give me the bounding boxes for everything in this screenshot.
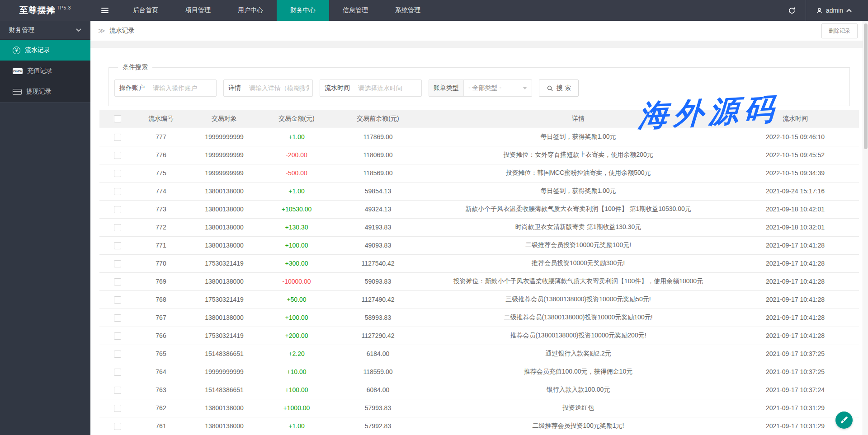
row-checkbox[interactable] bbox=[114, 332, 121, 340]
row-checkbox[interactable] bbox=[114, 405, 121, 412]
field-label: 账单类型 bbox=[429, 80, 464, 96]
hamburger-icon[interactable] bbox=[90, 0, 119, 21]
select-value: - 全部类型 - bbox=[468, 84, 501, 92]
row-checkbox[interactable] bbox=[114, 260, 121, 267]
time-cell: 2021-09-17 10:41:28 bbox=[731, 290, 859, 309]
row-checkbox[interactable] bbox=[114, 152, 121, 159]
row-checkbox[interactable] bbox=[114, 224, 121, 231]
table-row: 77619999999999-200.00118069.00投资摊位：女外穿百搭… bbox=[99, 146, 859, 164]
detail-cell: 银行入款入款100.00元 bbox=[425, 381, 731, 399]
yen-circle-icon: ¥ bbox=[13, 47, 20, 54]
flow-id-cell: 775 bbox=[136, 164, 186, 182]
row-checkbox[interactable] bbox=[114, 387, 121, 394]
flow-id-cell: 773 bbox=[136, 200, 186, 218]
row-checkbox-cell bbox=[99, 164, 136, 182]
account-cell: 15148386651 bbox=[186, 381, 262, 399]
row-checkbox[interactable] bbox=[114, 423, 121, 430]
detail-cell: 三级推荐会员(13800138000)投资10000元奖励50元! bbox=[425, 290, 731, 309]
flow-id-cell: 767 bbox=[136, 309, 186, 327]
username-label: admin bbox=[826, 7, 843, 14]
row-checkbox-cell bbox=[99, 146, 136, 164]
time-cell: 2022-10-15 09:34:39 bbox=[731, 164, 859, 182]
amount-cell: +1.00 bbox=[262, 128, 331, 146]
content-area: ≫ 流水记录 删除记录 条件搜索 操作账户详情流水时间账单类型- 全部类型 -搜… bbox=[90, 21, 868, 435]
select-all-checkbox[interactable] bbox=[114, 115, 121, 122]
row-checkbox[interactable] bbox=[114, 170, 121, 177]
detail-input[interactable] bbox=[245, 80, 312, 96]
amount-cell: +1.00 bbox=[262, 182, 331, 200]
row-checkbox[interactable] bbox=[114, 134, 121, 141]
flow-id-cell: 769 bbox=[136, 272, 186, 290]
sidebar-item-label: 流水记录 bbox=[25, 46, 50, 54]
nav-item-info-manage[interactable]: 信息管理 bbox=[329, 0, 382, 21]
row-checkbox[interactable] bbox=[114, 278, 121, 285]
delete-records-button[interactable]: 删除记录 bbox=[821, 23, 858, 38]
flow-id-cell: 774 bbox=[136, 182, 186, 200]
search-panel: 条件搜索 操作账户详情流水时间账单类型- 全部类型 -搜 索 bbox=[108, 63, 850, 106]
time-cell: 2021-09-18 10:42:01 bbox=[731, 200, 859, 218]
flow-id-cell: 772 bbox=[136, 218, 186, 236]
row-checkbox[interactable] bbox=[114, 314, 121, 322]
sidebar-item-flow-records[interactable]: ¥流水记录 bbox=[0, 40, 90, 61]
detail-cell: 时尚款卫衣女清新版寄卖 第1期收益130.30元 bbox=[425, 218, 731, 236]
row-checkbox[interactable] bbox=[114, 369, 121, 376]
nav-item-finance-center[interactable]: 财务中心 bbox=[277, 0, 329, 21]
row-checkbox[interactable] bbox=[114, 188, 121, 195]
search-field-detail: 详情 bbox=[223, 80, 313, 97]
user-menu[interactable]: admin bbox=[806, 0, 862, 21]
sidebar-section-finance[interactable]: 财务管理 bbox=[0, 21, 90, 40]
time-cell: 2021-09-17 10:41:28 bbox=[731, 272, 859, 290]
paypal-icon: PayPal bbox=[13, 68, 23, 74]
nav-item-user-center[interactable]: 用户中心 bbox=[224, 0, 277, 21]
scrollbar[interactable] bbox=[863, 21, 868, 435]
account-cell: 19999999999 bbox=[186, 128, 262, 146]
scrollbar-thumb[interactable] bbox=[864, 23, 868, 149]
amount-cell: +200.00 bbox=[262, 327, 331, 345]
row-checkbox[interactable] bbox=[114, 351, 121, 358]
search-legend: 条件搜索 bbox=[118, 63, 152, 71]
field-label: 操作账户 bbox=[115, 80, 149, 96]
row-checkbox-cell bbox=[99, 417, 136, 435]
amount-cell: +130.30 bbox=[262, 218, 331, 236]
time-cell: 2021-09-17 10:41:28 bbox=[731, 309, 859, 327]
table-row: 76213800138000+1000.0057993.83投资送红包2021-… bbox=[99, 399, 859, 417]
account-cell: 13800138000 bbox=[186, 417, 262, 435]
sidebar: 财务管理 ¥流水记录PayPal充值记录提现记录 bbox=[0, 21, 90, 435]
detail-cell: 二级推荐会员(13800138000)投资10000元奖励100元! bbox=[425, 309, 731, 327]
table-row: 76617530321419+200.001127290.42推荐会员(1380… bbox=[99, 327, 859, 345]
table-row: 76113800138000+1.0057992.83二级推荐会员投资100元奖… bbox=[99, 417, 859, 435]
sidebar-item-recharge-records[interactable]: PayPal充值记录 bbox=[0, 61, 90, 81]
flow-time-input[interactable] bbox=[354, 80, 421, 96]
caret-down-icon bbox=[523, 87, 527, 89]
account-cell: 17530321419 bbox=[186, 327, 262, 345]
search-button[interactable]: 搜 索 bbox=[539, 80, 579, 97]
nav-item-project-manage[interactable]: 项目管理 bbox=[172, 0, 224, 21]
bill-type-select[interactable]: - 全部类型 - bbox=[464, 80, 532, 96]
amount-cell: -500.00 bbox=[262, 164, 331, 182]
operator-account-input[interactable] bbox=[149, 80, 216, 96]
detail-cell: 新款小个子风衣温柔收腰薄款气质大衣寄卖利润【100件】 第1期收益10530.0… bbox=[425, 200, 731, 218]
sidebar-item-withdraw-records[interactable]: 提现记录 bbox=[0, 81, 90, 102]
row-checkbox[interactable] bbox=[114, 296, 121, 304]
nav-item-system-manage[interactable]: 系统管理 bbox=[382, 0, 434, 21]
row-checkbox-cell bbox=[99, 399, 136, 417]
row-checkbox-cell bbox=[99, 345, 136, 363]
balance-cell: 118559.00 bbox=[331, 363, 425, 381]
amount-cell: +100.00 bbox=[262, 381, 331, 399]
column-header: 流水编号 bbox=[136, 110, 186, 128]
flow-id-cell: 765 bbox=[136, 345, 186, 363]
amount-cell: +50.00 bbox=[262, 290, 331, 309]
nav-item-dashboard-home[interactable]: 后台首页 bbox=[119, 0, 172, 21]
flow-id-cell: 764 bbox=[136, 363, 186, 381]
sidebar-item-label: 充值记录 bbox=[27, 67, 52, 75]
table-row: 77313800138000+10530.0049324.13新款小个子风衣温柔… bbox=[99, 200, 859, 218]
theme-settings-button[interactable] bbox=[835, 412, 853, 429]
row-checkbox[interactable] bbox=[114, 206, 121, 213]
flow-id-cell: 770 bbox=[136, 254, 186, 272]
row-checkbox[interactable] bbox=[114, 242, 121, 249]
row-checkbox-cell bbox=[99, 200, 136, 218]
column-header: 交易金额(元) bbox=[262, 110, 331, 128]
refresh-icon[interactable] bbox=[778, 0, 806, 21]
row-checkbox-cell bbox=[99, 309, 136, 327]
account-cell: 19999999999 bbox=[186, 146, 262, 164]
